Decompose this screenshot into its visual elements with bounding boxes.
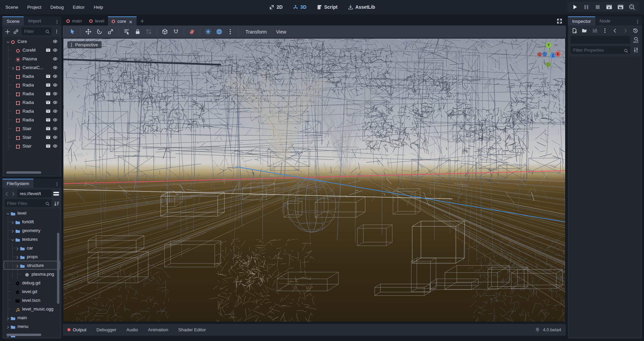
node-group-button[interactable] [46,73,51,79]
scene-tree-row[interactable]: Radia [4,107,60,115]
expand-viewport-button[interactable] [556,18,562,24]
bottom-panel-shader-editor[interactable]: Shader Editor [178,327,206,332]
fs-sort-button[interactable] [54,201,59,206]
switcher-script[interactable]: Script [317,4,338,10]
scene-tree-row[interactable]: Plasma [4,54,60,63]
scene-tab-core[interactable]: core [108,16,137,25]
tune-icon[interactable] [633,47,639,53]
save-resource-button[interactable] [592,27,598,34]
scene-tree-row[interactable]: Core [4,37,60,46]
node-group-button[interactable] [46,91,51,97]
filesystem-tree-row[interactable]: level_music.ogg [4,304,60,313]
visibility-eye-button[interactable] [53,143,58,149]
inspector-dock-tab-node[interactable]: Node [595,16,615,25]
doc-search-icon[interactable]: DOC [633,37,639,43]
fs-path-field[interactable] [17,189,52,197]
scene-tree-row[interactable]: Radia [4,115,60,124]
lock-node-button[interactable] [135,29,141,35]
instance-scene-button[interactable] [13,29,19,34]
filesystem-tree-row[interactable]: textures [4,235,60,243]
scene-tree-row[interactable]: CentralC... [4,63,60,72]
scene-tree-row[interactable]: CoreM [4,46,60,54]
filesystem-tree-row[interactable]: debug.gd [4,278,60,287]
filesystem-tree-row[interactable]: level [4,209,60,217]
fs-split-mode-button[interactable] [53,190,59,197]
add-node-button[interactable] [5,29,10,34]
play-custom-scene-button[interactable] [617,4,624,10]
axis-neg-x-ball[interactable] [537,52,542,57]
bottom-panel-debugger[interactable]: Debugger [97,327,116,332]
switcher-2d[interactable]: 2D [269,4,283,10]
scene-tree-row[interactable]: Radia [4,72,60,80]
visibility-eye-button[interactable] [53,38,58,44]
node-group-button[interactable] [46,82,51,88]
expand-arrow-icon[interactable] [10,219,15,224]
expand-arrow-icon[interactable] [15,263,20,268]
group-node-button[interactable] [146,29,152,35]
fs-forward-button[interactable] [11,191,16,196]
axis-y-ball[interactable]: Y [546,42,551,48]
dock-menu-button[interactable] [55,19,59,23]
axis-neg-z-ball[interactable] [542,52,547,56]
visibility-eye-button[interactable] [53,91,58,97]
snap-toggle-button[interactable] [173,29,179,35]
viewport-menu-transform[interactable]: Transform [246,29,267,35]
visibility-eye-button[interactable] [53,125,58,131]
scene-tree-row[interactable]: Radia [4,89,60,98]
visibility-eye-button[interactable] [53,134,58,140]
scene-tree-row[interactable]: Radia [4,80,60,89]
node-group-button[interactable] [46,99,51,105]
move-mode-button[interactable] [85,29,92,35]
scene-dock-tab-import[interactable]: Import [24,16,45,25]
local-space-button[interactable] [162,29,168,35]
scale-mode-button[interactable] [107,29,114,35]
expand-arrow-icon[interactable] [6,315,10,320]
collapse-arrow-icon[interactable] [6,211,10,215]
filesystem-tree-row[interactable]: menu [4,322,60,331]
dock-menu-button[interactable] [55,181,59,186]
bottom-panel-audio[interactable]: Audio [126,327,138,332]
resource-name-field[interactable] [571,36,630,44]
resource-menu-button[interactable] [602,27,608,34]
sun-environment-menu-button[interactable] [227,29,233,35]
visibility-eye-button[interactable] [53,47,58,53]
switcher-assetlib[interactable]: AssetLib [347,4,375,10]
node-group-button[interactable] [46,134,51,140]
expand-arrow-icon[interactable] [6,324,10,329]
scene-tree-row[interactable]: Radia [4,98,60,107]
play-scene-button[interactable] [606,4,612,10]
history-forward-button[interactable] [623,27,628,34]
filesystem-tree-row[interactable]: level.tscn [4,296,60,304]
menu-project[interactable]: Project [27,5,41,10]
collapse-arrow-icon[interactable] [6,39,10,44]
visibility-eye-button[interactable] [53,64,58,70]
scene-tab-level[interactable]: level [86,16,108,25]
history-back-button[interactable] [612,27,618,34]
bottom-panel-output[interactable]: Output [73,327,87,332]
menu-help[interactable]: Help [94,5,103,10]
play-button[interactable] [572,4,578,10]
menu-debug[interactable]: Debug [50,5,64,10]
scene-dock-tab-scene[interactable]: Scene [2,16,24,25]
close-tab-button[interactable] [128,19,133,23]
movie-maker-button[interactable] [629,4,635,10]
filesystem-tree-row[interactable]: geometry [4,226,60,235]
scene-tab-main[interactable]: main [63,16,86,25]
node-group-button[interactable] [46,143,51,149]
new-resource-button[interactable] [572,27,577,34]
axis-neg-y-ball[interactable] [546,62,551,67]
perspective-menu-button[interactable]: Perspective [67,41,102,48]
menu-editor[interactable]: Editor [73,5,85,10]
bottom-panel-animation[interactable]: Animation [148,327,168,332]
expand-arrow-icon[interactable] [15,254,20,259]
filesystem-dock-tab-filesystem[interactable]: FileSystem [2,179,34,188]
scene-tree-menu-button[interactable] [54,29,59,34]
pause-button[interactable] [583,4,590,10]
scene-tree-row[interactable]: Stair [4,124,60,133]
filter-properties-input[interactable] [571,46,630,54]
node-group-button[interactable] [46,125,51,131]
filesystem-hscrollbar[interactable] [6,334,41,336]
preview-sun-button[interactable] [205,29,211,35]
visibility-eye-button[interactable] [53,73,58,79]
visibility-eye-button[interactable] [53,99,58,105]
